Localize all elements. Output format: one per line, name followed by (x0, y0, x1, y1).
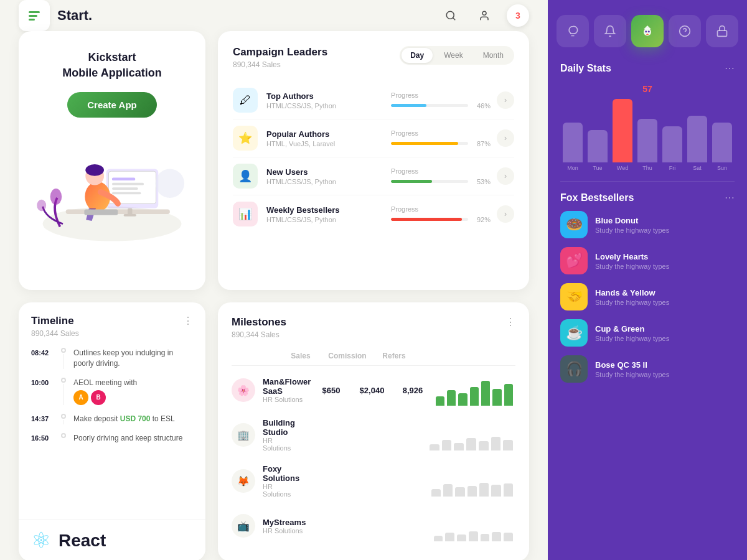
timeline-dot (61, 348, 66, 353)
row-arrow[interactable]: › (497, 167, 514, 185)
bestseller-sub: Study the highway types (595, 226, 669, 234)
timeline-card: Timeline 890,344 Sales ⋮ 08:42 Outlines … (19, 302, 205, 560)
notification-badge[interactable]: 3 (507, 4, 529, 27)
sidebar-nav-help[interactable] (669, 15, 701, 47)
milestone-bar (466, 438, 476, 450)
bestseller-img: 🎧 (560, 355, 588, 383)
search-icon[interactable] (439, 4, 462, 27)
row-arrow[interactable]: › (497, 91, 514, 109)
timeline-dot-line (61, 348, 66, 369)
bestseller-text: Cup & Green Study the highway types (595, 324, 669, 342)
ms-info: Building Studio HR Solutions (263, 418, 295, 452)
milestones-options-icon[interactable]: ⋮ (505, 316, 515, 328)
milestone-row: 📺 MyStreams HR Solutions (232, 504, 515, 548)
sidebar-nav-lock[interactable] (706, 15, 738, 47)
campaign-name: New Users (266, 167, 391, 177)
campaign-card-header: Campaign Leaders 890,344 Sales Day Week … (233, 46, 514, 69)
timeline-dot-line (61, 433, 66, 444)
bar-label: Sun (717, 165, 727, 171)
timeline-header: Timeline 890,344 Sales ⋮ (31, 315, 193, 338)
campaign-info: Top Authors HTML/CSS/JS, Python (266, 91, 391, 110)
bar-fill (563, 123, 583, 162)
header: Start. 3 (0, 0, 548, 31)
progress-pct: 46% (473, 102, 491, 110)
sidebar-top-nav (548, 0, 747, 62)
timeline-options-icon[interactable]: ⋮ (183, 315, 193, 338)
ms-commission: $2,040 (352, 386, 392, 395)
bestsellers-list: 🍩 Blue Donut Study the highway types 💕 L… (560, 211, 735, 383)
svg-rect-20 (84, 210, 118, 215)
daily-stats-title: Daily Stats (560, 63, 611, 74)
ms-name: MyStreams (263, 518, 306, 527)
milestone-bar (436, 396, 444, 406)
sidebar: Daily Stats ⋯ 57 Mon Tue Wed Thu Fri Sat… (548, 0, 747, 560)
svg-rect-11 (112, 192, 141, 195)
fox-bestsellers-header: Fox Bestsellers ⋯ (560, 192, 735, 203)
timeline-avatars: A B (73, 390, 137, 405)
tab-month[interactable]: Month (474, 48, 512, 63)
bar-item: Sun (712, 99, 732, 171)
milestone-bar (504, 533, 513, 541)
sidebar-nav-fox[interactable] (631, 15, 664, 47)
bestseller-text: Bose QC 35 II Study the highway types (595, 360, 669, 378)
milestone-bar (504, 384, 513, 406)
sidebar-nav-bell[interactable] (594, 15, 626, 47)
progress-bar-container: 87% (391, 140, 491, 147)
row-arrow[interactable]: › (497, 129, 514, 147)
bar-label: Wed (617, 165, 628, 171)
ms-info: MyStreams HR Solutions (263, 518, 306, 534)
milestone-bar (492, 532, 501, 541)
ms-header-refers: Refers (372, 352, 416, 360)
bestseller-text: Lovely Hearts Study the highway types (595, 252, 669, 270)
row-arrow[interactable]: › (497, 205, 514, 223)
bestseller-sub: Study the highway types (595, 299, 669, 306)
bestseller-text: Hands & Yellow Study the highway types (595, 288, 669, 306)
chart-area: 57 Mon Tue Wed Thu Fri Sat Sun (560, 84, 735, 171)
ms-sub: HR Solutions (263, 483, 299, 498)
main-area: Start. 3 Kickstart Mobile Application (0, 0, 548, 560)
campaign-name: Top Authors (266, 91, 391, 101)
ms-chart (429, 465, 515, 497)
bar-item: Fri (662, 99, 682, 171)
progress-bar-container: 53% (391, 178, 491, 185)
avatar: B (91, 390, 106, 405)
bestseller-sub: Study the highway types (595, 335, 669, 342)
campaign-info: Popular Authors HTML, VueJS, Laravel (266, 129, 391, 147)
campaign-icon: 📊 (233, 202, 258, 226)
ms-icon: 🦊 (232, 469, 255, 493)
progress-label: Progress (391, 91, 491, 99)
milestone-bar (503, 440, 513, 451)
ms-icon: 🏢 (232, 423, 255, 447)
user-icon[interactable] (473, 4, 496, 27)
progress-bar-fill (391, 218, 462, 221)
progress-bar-bg (391, 180, 468, 183)
milestones-title: Milestones (232, 316, 286, 329)
daily-stats-header: Daily Stats ⋯ (560, 62, 735, 74)
timeline-dot-line (61, 414, 66, 424)
timeline-dot (61, 378, 66, 383)
daily-stats-options-icon[interactable]: ⋯ (725, 62, 735, 74)
tab-week[interactable]: Week (435, 48, 471, 63)
create-app-button[interactable]: Create App (67, 92, 156, 118)
progress-label: Progress (391, 167, 491, 175)
timeline-item: 10:00 AEOL meeting with A B (31, 378, 193, 406)
bestseller-img: 🍩 (560, 211, 588, 238)
fox-bestsellers-options-icon[interactable]: ⋯ (725, 192, 735, 203)
svg-rect-9 (112, 183, 144, 185)
bar-item: Thu (637, 99, 657, 171)
bestseller-img: 🤝 (560, 283, 588, 310)
svg-point-24 (648, 30, 650, 32)
sidebar-nav-bulb[interactable] (557, 15, 589, 47)
bar-label: Sat (693, 165, 702, 171)
campaign-header-text: Campaign Leaders 890,344 Sales (233, 46, 327, 69)
bestseller-item: ☕ Cup & Green Study the highway types (560, 319, 735, 347)
milestone-bar (443, 484, 453, 497)
milestone-bar (491, 437, 501, 451)
progress-section: Progress 87% (391, 129, 491, 147)
ms-header-sales: Sales (279, 352, 322, 360)
bar-label: Tue (593, 165, 602, 171)
ms-main-col-header (232, 352, 279, 360)
tab-day[interactable]: Day (402, 48, 433, 63)
bar-fill (687, 116, 707, 162)
milestone-bar (491, 485, 500, 497)
